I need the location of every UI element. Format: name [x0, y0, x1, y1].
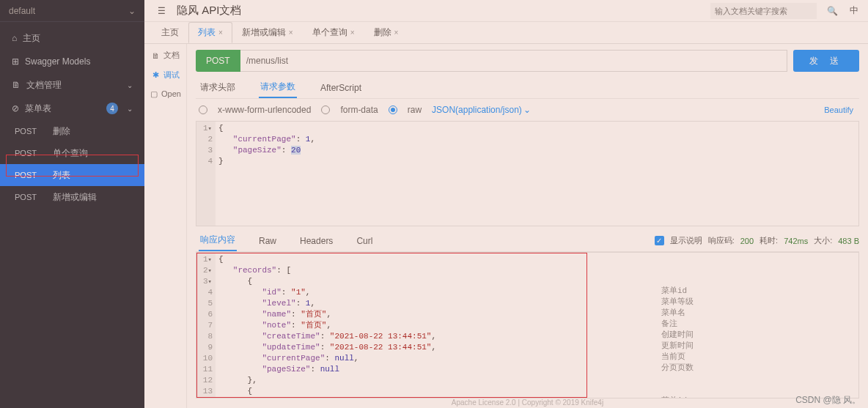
close-icon[interactable]: ×	[289, 29, 293, 37]
resp-time-val: 742ms	[784, 237, 808, 245]
code-area[interactable]: { "currentPage": 1, "pageSize": 20 }	[216, 122, 858, 226]
tab-home[interactable]: 主页	[152, 22, 188, 43]
json-type-label: JSON(application/json)	[432, 105, 522, 115]
nav-sub-label: 新增或编辑	[53, 191, 97, 204]
nav-sub-addedit[interactable]: POST 新增或编辑	[0, 186, 144, 208]
resp-size-val: 483 B	[838, 237, 859, 245]
method-tag: POST	[15, 171, 43, 179]
close-icon[interactable]: ×	[350, 29, 355, 37]
nav-sub-delete[interactable]: POST 删除	[0, 120, 144, 142]
count-badge: 4	[106, 103, 118, 114]
open-icon: ▢	[150, 89, 158, 98]
home-icon: ⌂	[12, 33, 17, 43]
response-meta: ✓ 显示说明 响应码:200 耗时:742ms 大小:483 B	[655, 235, 859, 246]
nav-docmgr[interactable]: 🗎 文档管理 ⌄	[0, 73, 144, 97]
nav-sub-label: 列表	[53, 169, 70, 182]
nav-sub-label: 删除	[53, 125, 70, 138]
url-row: POST 发 送	[196, 50, 859, 72]
content: POST 发 送 请求头部 请求参数 AfterScript x-www-for…	[187, 44, 868, 408]
mode-doc[interactable]: 🗎文档	[152, 50, 180, 61]
url-input[interactable]	[240, 50, 787, 72]
resp-code-label: 响应码:	[708, 235, 735, 246]
method-tag: POST	[15, 193, 43, 201]
model-icon: ⊞	[12, 56, 19, 67]
search-icon[interactable]: 🔍	[825, 4, 839, 18]
json-type-select[interactable]: JSON(application/json)⌄	[432, 105, 531, 115]
menu-toggle-icon[interactable]: ☰	[155, 4, 168, 18]
method-badge[interactable]: POST	[196, 50, 240, 72]
nav-swagger[interactable]: ⊞ Swagger Models	[0, 50, 144, 73]
search-input[interactable]	[710, 3, 817, 19]
nav-home-label: 主页	[23, 32, 40, 45]
field-legend: 菜单id菜单等级菜单名备注创建时间更新时间当前页分页页数菜单id菜单等级菜单名备…	[661, 253, 694, 398]
mode-col: 🗎文档 ✱调试 ▢Open	[144, 44, 187, 408]
request-subtabs: 请求头部 请求参数 AfterScript	[196, 78, 859, 99]
tab-label: 主页	[161, 26, 179, 39]
gutter: 1▾234	[196, 122, 216, 226]
method-tag: POST	[15, 127, 43, 136]
footer: Apache License 2.0 | Copyright © 2019 Kn…	[196, 398, 859, 408]
main-tabs: 主页 列表× 新增或编辑× 单个查询× 删除×	[144, 22, 868, 44]
mode-label: 文档	[163, 50, 180, 61]
radio-form[interactable]	[199, 105, 207, 114]
subtab-headers[interactable]: 请求头部	[199, 78, 237, 98]
tab-label: 删除	[374, 26, 391, 39]
main: ☰ 隐风 API文档 🔍 中 主页 列表× 新增或编辑× 单个查询× 删除× 🗎…	[144, 0, 868, 408]
resp-tab-curl[interactable]: Curl	[355, 231, 374, 251]
mode-debug[interactable]: ✱调试	[152, 70, 180, 81]
tab-list[interactable]: 列表×	[188, 22, 232, 43]
tab-single[interactable]: 单个查询×	[303, 22, 364, 43]
body: 🗎文档 ✱调试 ▢Open POST 发 送 请求头部 请求参数 AfterSc…	[144, 44, 868, 408]
response-code[interactable]: { "records": [ { "id": "1", "level": 1, …	[216, 253, 858, 398]
link-icon: ⊘	[12, 103, 19, 114]
bug-icon: ✱	[152, 71, 161, 80]
doc-icon: 🗎	[152, 51, 161, 60]
nav-sub-label: 单个查询	[53, 147, 88, 160]
chevron-down-icon: ⌄	[128, 6, 136, 16]
chevron-down-icon: ⌄	[127, 105, 133, 113]
tab-delete[interactable]: 删除×	[364, 22, 408, 43]
mode-label: Open	[161, 89, 181, 98]
resp-tab-content[interactable]: 响应内容	[199, 231, 237, 251]
radio-raw[interactable]	[389, 105, 397, 114]
project-selector[interactable]: default ⌄	[0, 0, 144, 22]
checkbox-icon[interactable]: ✓	[655, 236, 664, 245]
tab-label: 单个查询	[312, 26, 347, 39]
nav-sub-list[interactable]: POST 列表	[0, 164, 144, 186]
radio-label: raw	[408, 105, 422, 115]
nav-menutable[interactable]: ⊘ 菜单表 4 ⌄	[0, 97, 144, 120]
response-editor[interactable]: 1▾2▾3▾4567891011121314▾15161718192021222…	[196, 252, 859, 398]
topbar: ☰ 隐风 API文档 🔍 中	[144, 0, 868, 22]
nav-list: ⌂ 主页 ⊞ Swagger Models 🗎 文档管理 ⌄ ⊘ 菜单表 4 ⌄…	[0, 22, 144, 208]
nav-sub-single[interactable]: POST 单个查询	[0, 142, 144, 164]
body-type-row: x-www-form-urlencoded form-data raw JSON…	[196, 99, 859, 122]
resp-tab-raw[interactable]: Raw	[257, 231, 278, 251]
tab-label: 列表	[198, 26, 216, 39]
resp-time-label: 耗时:	[760, 235, 778, 246]
mode-label: 调试	[163, 70, 180, 81]
subtab-params[interactable]: 请求参数	[259, 78, 297, 98]
nav-docmgr-label: 文档管理	[26, 79, 62, 92]
lang-toggle[interactable]: 中	[847, 4, 861, 18]
request-editor[interactable]: 1▾234 { "currentPage": 1, "pageSize": 20…	[196, 121, 859, 226]
tab-addedit[interactable]: 新增或编辑×	[232, 22, 303, 43]
beautify-link[interactable]: Beautify	[824, 105, 859, 114]
close-icon[interactable]: ×	[218, 29, 223, 37]
mode-open[interactable]: ▢Open	[150, 89, 181, 98]
radio-label: form-data	[340, 105, 378, 115]
project-name: default	[9, 6, 35, 16]
close-icon[interactable]: ×	[394, 29, 399, 37]
sidebar: default ⌄ ⌂ 主页 ⊞ Swagger Models 🗎 文档管理 ⌄…	[0, 0, 144, 408]
resp-tab-headers[interactable]: Headers	[298, 231, 334, 251]
gutter: 1▾2▾3▾4567891011121314▾15161718192021222…	[196, 253, 216, 398]
radio-formdata[interactable]	[321, 105, 330, 114]
subtab-afterscript[interactable]: AfterScript	[319, 78, 363, 98]
doc-icon: 🗎	[12, 80, 21, 90]
show-desc-label: 显示说明	[670, 235, 702, 246]
nav-home[interactable]: ⌂ 主页	[0, 26, 144, 50]
nav-swagger-label: Swagger Models	[25, 56, 90, 67]
resp-code-val: 200	[740, 237, 754, 245]
send-button[interactable]: 发 送	[793, 50, 859, 72]
watermark: CSDN @隐 风。	[795, 394, 861, 407]
method-tag: POST	[15, 149, 43, 157]
